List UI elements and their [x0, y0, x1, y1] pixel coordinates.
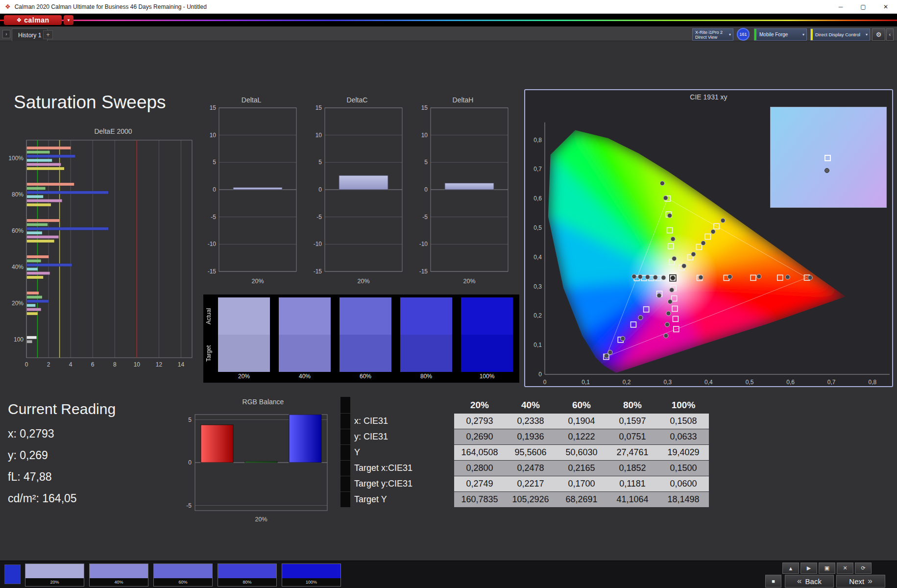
close-icon: ✕ [843, 565, 847, 571]
add-tab-button[interactable]: + [43, 30, 53, 39]
pattern-swatch-60%[interactable]: 60% [153, 564, 213, 587]
next-button[interactable]: Next » [836, 575, 885, 588]
pattern-swatch-80%[interactable]: 80% [218, 564, 277, 587]
pattern-color [90, 564, 148, 578]
svg-text:60%: 60% [12, 227, 24, 234]
current-reading-fl: fL: 47,88 [8, 470, 116, 484]
current-reading-x: x: 0,2793 [8, 427, 116, 441]
close-button[interactable]: ✕ [837, 563, 853, 574]
deltae2000-svg: 02468101214100%80%60%40%20%100 [9, 136, 196, 377]
table-row: x: CIE310,27930,23380,19040,15970,1508 [340, 414, 709, 429]
settings-button[interactable]: ⚙ [872, 28, 885, 41]
table-row-label: Target Y [350, 492, 454, 507]
deltal-chart-title: DeltaL [202, 96, 300, 105]
deltae-bar [27, 292, 39, 294]
pattern-swatch-100%[interactable]: 100% [282, 564, 341, 587]
svg-text:-15: -15 [419, 268, 428, 275]
pattern-swatch-40%[interactable]: 40% [89, 564, 148, 587]
pattern-color [25, 564, 84, 578]
cie-measured-marker [657, 294, 661, 298]
svg-text:4: 4 [69, 361, 73, 368]
deltah-chart-title: DeltaH [414, 96, 512, 105]
collapse-toolbar-button[interactable]: ‹ [886, 28, 894, 41]
deltah-plot-area: 151050-5-10-1520% [414, 105, 512, 293]
table-value-cell: 0,1508 [658, 414, 709, 429]
minimize-button[interactable]: ─ [829, 0, 852, 13]
svg-text:10: 10 [421, 132, 428, 139]
back-button-label: Back [805, 577, 822, 586]
table-row-label: Y [350, 445, 454, 460]
svg-text:100: 100 [14, 336, 24, 343]
cie-measured-marker [691, 252, 696, 256]
stop-button[interactable]: ■ [765, 575, 781, 588]
table-value-cell: 0,1181 [607, 476, 658, 491]
deltae-bar [27, 187, 46, 190]
svg-text:0,4: 0,4 [533, 254, 542, 261]
cie-measured-marker [604, 354, 608, 358]
pattern-label: 80% [218, 578, 276, 586]
calman-logo-button[interactable]: ❖ calman [4, 15, 62, 25]
deltae-bar [27, 159, 52, 162]
target-swatch [279, 335, 331, 372]
calman-menu-dropdown[interactable]: ▾ [64, 15, 73, 25]
deltae-bar [27, 155, 75, 158]
swatch-column-label: 20% [218, 373, 270, 381]
up-icon: ▲ [788, 565, 794, 571]
svg-text:-10: -10 [314, 241, 322, 247]
deltae-bar [27, 191, 109, 194]
deltae-bar [27, 336, 37, 339]
deltae-bar [27, 340, 32, 343]
panel-toggle-button[interactable]: › [2, 30, 10, 38]
back-button[interactable]: « Back [785, 575, 834, 588]
deltaH-svg: 151050-5-10-1520% [414, 105, 512, 291]
tab-bar: › History 1 + X-Rite i1Pro 2 Direct View… [0, 26, 897, 41]
target-swatch [218, 335, 270, 372]
source-select-button[interactable]: Mobile Forge ▾ [754, 28, 807, 41]
cie-measured-marker [667, 213, 672, 218]
table-value-cell: 27,4761 [607, 445, 658, 460]
up-button[interactable]: ▲ [782, 563, 799, 574]
svg-text:10: 10 [210, 132, 217, 139]
svg-text:0,7: 0,7 [533, 166, 542, 172]
svg-text:-5: -5 [422, 214, 428, 220]
svg-text:8: 8 [113, 361, 117, 368]
rainbow-stripe [0, 20, 897, 21]
cie-measured-marker [671, 237, 675, 241]
cie-measured-marker [682, 264, 686, 268]
meter-select-button[interactable]: X-Rite i1Pro 2 Direct View ▾ [692, 28, 733, 41]
display-button[interactable]: ▣ [819, 563, 835, 574]
tab-history-1[interactable]: History 1 [12, 28, 48, 41]
swatch-row-label-actual: Actual [205, 297, 213, 335]
svg-text:80%: 80% [12, 191, 24, 198]
svg-text:0,3: 0,3 [663, 379, 672, 386]
current-reading-y: y: 0,269 [8, 449, 116, 462]
refresh-icon: ⟳ [861, 565, 865, 571]
meter-status-badge[interactable]: 161 [737, 28, 750, 41]
target-swatch [400, 335, 452, 372]
display-control-button[interactable]: Direct Display Control ▾ [810, 28, 870, 41]
svg-text:20%: 20% [463, 278, 475, 285]
rgb-balance-title: RGB Balance [179, 398, 332, 407]
chevrons-right-icon: » [868, 576, 872, 586]
maximize-button[interactable]: ▢ [852, 0, 874, 13]
deltac-chart-title: DeltaC [308, 96, 406, 105]
table-header-cell: 40% [505, 397, 556, 413]
svg-text:0,5: 0,5 [533, 224, 542, 231]
svg-text:-15: -15 [208, 268, 217, 275]
svg-text:6: 6 [91, 361, 95, 368]
blue-bar [289, 415, 321, 463]
play-button[interactable]: ▶ [800, 563, 817, 574]
table-header-cell: 80% [607, 397, 658, 413]
refresh-button[interactable]: ⟳ [855, 563, 872, 574]
deltae2000-plot-area: 02468101214100%80%60%40%20%100 [9, 136, 200, 379]
chevron-down-icon: ▾ [727, 32, 733, 37]
close-button[interactable]: ✕ [874, 0, 897, 13]
chevron-left-icon: ‹ [889, 32, 891, 37]
pattern-label: 100% [282, 578, 340, 586]
svg-text:100%: 100% [9, 155, 24, 162]
table-value-cell: 164,0508 [454, 445, 505, 460]
table-header-label [350, 397, 454, 413]
pattern-swatch-20%[interactable]: 20% [25, 564, 84, 587]
swatch-column-label: 60% [339, 373, 391, 381]
deltae-bar [27, 308, 41, 311]
